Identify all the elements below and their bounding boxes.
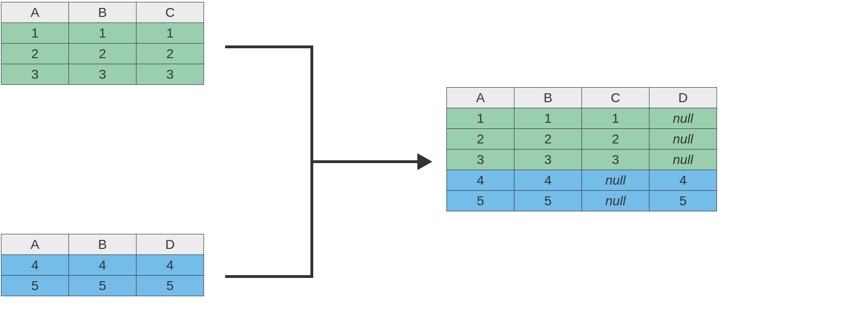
table-row: 3 3 3 null bbox=[447, 150, 717, 170]
col-header: B bbox=[69, 2, 136, 23]
table-row: 3 3 3 bbox=[1, 64, 204, 85]
cell: 3 bbox=[1, 64, 69, 85]
cell: 1 bbox=[1, 23, 69, 44]
cell: 1 bbox=[582, 108, 649, 129]
cell: 3 bbox=[514, 150, 582, 170]
cell: 4 bbox=[447, 170, 514, 191]
cell: 4 bbox=[69, 255, 136, 276]
cell: 5 bbox=[649, 191, 717, 211]
merge-arrow-icon bbox=[216, 45, 441, 288]
cell: 3 bbox=[69, 64, 136, 85]
table-row: 4 4 null 4 bbox=[447, 170, 717, 191]
cell: 1 bbox=[447, 108, 514, 129]
table-header-row: A B D bbox=[1, 234, 204, 255]
cell-null: null bbox=[649, 150, 717, 170]
cell: 1 bbox=[69, 23, 136, 44]
cell: 3 bbox=[136, 64, 204, 85]
table-row: 2 2 2 bbox=[1, 44, 204, 64]
table-row: 2 2 2 null bbox=[447, 129, 717, 150]
cell: 2 bbox=[1, 44, 69, 64]
cell: 1 bbox=[136, 23, 204, 44]
col-header: A bbox=[1, 234, 69, 255]
cell-null: null bbox=[649, 129, 717, 150]
cell: 4 bbox=[136, 255, 204, 276]
diagram-stage: A B C 1 1 1 2 2 2 3 3 3 bbox=[0, 0, 868, 329]
col-header: A bbox=[1, 2, 69, 23]
cell: 2 bbox=[447, 129, 514, 150]
cell: 1 bbox=[514, 108, 582, 129]
result-table: A B C D 1 1 1 null 2 2 2 null 3 3 3 bbox=[446, 87, 717, 211]
svg-marker-4 bbox=[417, 153, 432, 170]
cell-null: null bbox=[582, 191, 649, 211]
table-row: 5 5 null 5 bbox=[447, 191, 717, 211]
table-header-row: A B C D bbox=[447, 88, 717, 108]
col-header: B bbox=[514, 88, 582, 108]
cell: 2 bbox=[69, 44, 136, 64]
input-table-1: A B C 1 1 1 2 2 2 3 3 3 bbox=[1, 2, 204, 85]
col-header: A bbox=[447, 88, 514, 108]
cell: 4 bbox=[1, 255, 69, 276]
table-row: 5 5 5 bbox=[1, 276, 204, 296]
col-header: D bbox=[649, 88, 717, 108]
col-header: C bbox=[136, 2, 204, 23]
table-header-row: A B C bbox=[1, 2, 204, 23]
table-row: 4 4 4 bbox=[1, 255, 204, 276]
col-header: D bbox=[136, 234, 204, 255]
input-table-2: A B D 4 4 4 5 5 5 bbox=[1, 234, 204, 296]
cell-null: null bbox=[582, 170, 649, 191]
cell-null: null bbox=[649, 108, 717, 129]
cell: 2 bbox=[514, 129, 582, 150]
cell: 4 bbox=[649, 170, 717, 191]
cell: 5 bbox=[1, 276, 69, 296]
cell: 3 bbox=[582, 150, 649, 170]
cell: 2 bbox=[136, 44, 204, 64]
table-row: 1 1 1 bbox=[1, 23, 204, 44]
col-header: B bbox=[69, 234, 136, 255]
cell: 2 bbox=[582, 129, 649, 150]
cell: 3 bbox=[447, 150, 514, 170]
cell: 5 bbox=[136, 276, 204, 296]
table-row: 1 1 1 null bbox=[447, 108, 717, 129]
col-header: C bbox=[582, 88, 649, 108]
cell: 5 bbox=[69, 276, 136, 296]
cell: 5 bbox=[514, 191, 582, 211]
cell: 4 bbox=[514, 170, 582, 191]
cell: 5 bbox=[447, 191, 514, 211]
